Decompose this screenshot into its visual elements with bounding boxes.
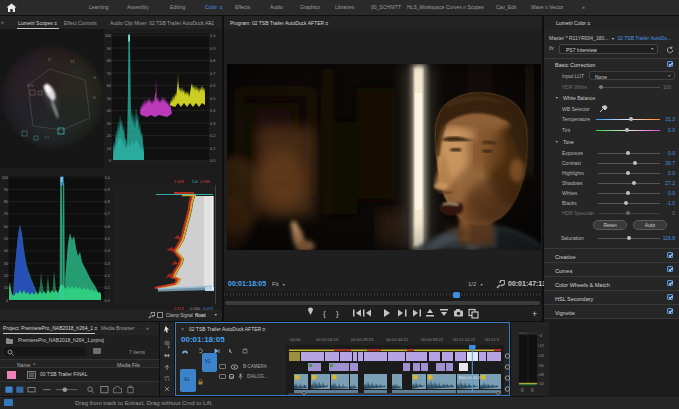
- svg-text:YL: YL: [70, 59, 76, 64]
- svg-text:0: 0: [6, 299, 8, 303]
- svg-text:70: 70: [107, 72, 111, 76]
- svg-text:0.0: 0.0: [105, 299, 110, 303]
- svg-text:10: 10: [4, 286, 8, 290]
- svg-text:0.4: 0.4: [210, 109, 215, 113]
- svg-text:CY: CY: [44, 135, 50, 140]
- svg-text:90: 90: [4, 188, 8, 192]
- svg-text:1.0: 1.0: [210, 34, 215, 38]
- svg-text:0.2: 0.2: [105, 274, 110, 278]
- svg-text:}: }: [336, 309, 339, 318]
- svg-text:0: 0: [521, 388, 524, 393]
- svg-text:G: G: [93, 75, 96, 80]
- svg-text:0.5: 0.5: [105, 237, 110, 241]
- svg-text:60: 60: [4, 225, 8, 229]
- svg-text:0.6: 0.6: [105, 225, 110, 229]
- svg-text:60: 60: [107, 84, 111, 88]
- svg-text:0.0: 0.0: [210, 159, 215, 163]
- svg-text:0.4: 0.4: [105, 249, 110, 253]
- svg-text:0.5: 0.5: [210, 97, 215, 101]
- svg-text:100: 100: [2, 176, 8, 180]
- svg-text:0.6: 0.6: [210, 84, 215, 88]
- svg-text:40: 40: [107, 109, 111, 113]
- svg-text:70: 70: [4, 212, 8, 216]
- svg-text:0.936: 0.936: [200, 179, 211, 184]
- svg-text:50: 50: [4, 237, 8, 241]
- svg-text:0.7: 0.7: [105, 212, 110, 216]
- svg-text:1.656: 1.656: [174, 179, 185, 184]
- svg-text:+: +: [532, 309, 537, 319]
- svg-text:0: 0: [109, 159, 111, 163]
- svg-text:20: 20: [107, 134, 111, 138]
- svg-text:10: 10: [107, 147, 111, 151]
- svg-text:0.1: 0.1: [210, 147, 215, 151]
- svg-text:0: 0: [540, 333, 543, 338]
- svg-text:B: B: [93, 95, 96, 100]
- svg-text:0: 0: [531, 388, 534, 393]
- svg-text:0.9: 0.9: [210, 47, 215, 51]
- svg-text:30: 30: [107, 122, 111, 126]
- svg-text:R: R: [48, 57, 51, 62]
- svg-text:30: 30: [4, 262, 8, 266]
- svg-text:1.0: 1.0: [105, 176, 110, 180]
- svg-text:80: 80: [4, 200, 8, 204]
- svg-text:MG: MG: [27, 83, 33, 88]
- svg-text:0.7: 0.7: [210, 72, 215, 76]
- svg-text:50: 50: [107, 97, 111, 101]
- svg-text:0.9: 0.9: [105, 188, 110, 192]
- svg-text:0.3: 0.3: [105, 262, 110, 266]
- svg-text:20: 20: [4, 274, 8, 278]
- svg-text:{: {: [323, 309, 326, 318]
- svg-text:B00:00:43:2: B00:00:43:2: [459, 375, 481, 380]
- svg-text:80: 80: [107, 59, 111, 63]
- svg-text:0.1: 0.1: [105, 286, 110, 290]
- svg-text:100: 100: [105, 34, 111, 38]
- svg-text:0.2: 0.2: [210, 134, 215, 138]
- svg-text:0.8: 0.8: [105, 200, 110, 204]
- svg-text:1.0: 1.0: [192, 179, 198, 184]
- svg-text:0.3: 0.3: [210, 122, 215, 126]
- svg-text:40: 40: [4, 249, 8, 253]
- svg-text:90: 90: [107, 47, 111, 51]
- svg-text:0.8: 0.8: [210, 59, 215, 63]
